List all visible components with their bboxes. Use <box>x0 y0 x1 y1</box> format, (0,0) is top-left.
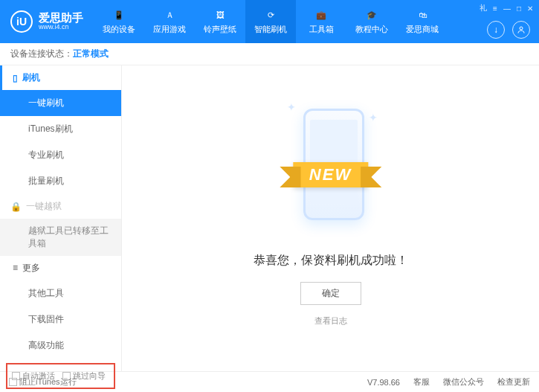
nav-ringtones[interactable]: 🖼铃声壁纸 <box>195 0 245 43</box>
success-message: 恭喜您，保资料刷机成功啦！ <box>254 253 408 269</box>
device-icon: 📱 <box>112 8 126 22</box>
gift-icon[interactable]: 礼 <box>480 3 487 13</box>
sidebar-item-download-firmware[interactable]: 下载固件 <box>0 306 121 332</box>
version-label: V7.98.66 <box>367 378 400 387</box>
app-title: 爱思助手 <box>39 12 83 25</box>
nav-toolbox[interactable]: 💼工具箱 <box>296 0 346 43</box>
status-prefix: 设备连接状态： <box>10 48 73 60</box>
top-nav: 📱我的设备 Ａ应用游戏 🖼铃声壁纸 ⟳智能刷机 💼工具箱 🎓教程中心 🛍爱思商城 <box>94 0 448 43</box>
check-update-link[interactable]: 检查更新 <box>497 376 530 388</box>
confirm-button[interactable]: 确定 <box>300 282 361 305</box>
minimize-icon[interactable]: — <box>503 4 511 13</box>
phone-icon: ▯ <box>13 73 18 83</box>
store-icon: 🛍 <box>415 8 430 22</box>
nav-tutorials[interactable]: 🎓教程中心 <box>346 0 397 43</box>
sidebar-item-batch-flash[interactable]: 批量刷机 <box>0 168 121 194</box>
logo-area: iU 爱思助手 www.i4.cn <box>0 10 94 33</box>
main-panel: ✦ ✦ NEW 恭喜您，保资料刷机成功啦！ 确定 查看日志 <box>122 65 539 371</box>
wallpaper-icon: 🖼 <box>213 8 227 22</box>
toolbox-icon: 💼 <box>314 8 329 22</box>
sidebar-group-flash[interactable]: ▯ 刷机 <box>0 65 121 90</box>
tutorial-icon: 🎓 <box>364 8 379 22</box>
phone-illustration: ✦ ✦ NEW <box>283 95 379 237</box>
sidebar-item-itunes-flash[interactable]: iTunes刷机 <box>0 116 121 142</box>
maximize-icon[interactable]: □ <box>517 4 521 13</box>
status-mode: 正常模式 <box>73 48 109 60</box>
lock-icon: 🔒 <box>10 202 22 212</box>
view-log-link[interactable]: 查看日志 <box>314 315 347 327</box>
app-header: iU 爱思助手 www.i4.cn 📱我的设备 Ａ应用游戏 🖼铃声壁纸 ⟳智能刷… <box>0 0 539 43</box>
block-itunes-checkbox[interactable]: 阻止iTunes运行 <box>9 376 77 388</box>
close-icon[interactable]: ✕ <box>527 4 533 13</box>
sidebar-item-onekey-flash[interactable]: 一键刷机 <box>0 90 121 116</box>
sidebar-item-advanced[interactable]: 高级功能 <box>0 332 121 359</box>
sidebar-item-pro-flash[interactable]: 专业刷机 <box>0 142 121 168</box>
sidebar-item-other-tools[interactable]: 其他工具 <box>0 280 121 306</box>
customer-service-link[interactable]: 客服 <box>413 376 430 388</box>
nav-store[interactable]: 🛍爱思商城 <box>397 0 448 43</box>
list-icon: ≡ <box>13 263 18 273</box>
nav-my-device[interactable]: 📱我的设备 <box>94 0 144 43</box>
new-ribbon: NEW <box>293 162 368 187</box>
jailbreak-note: 越狱工具已转移至工具箱 <box>0 219 121 256</box>
menu-icon[interactable]: ≡ <box>493 4 497 13</box>
user-button[interactable] <box>512 21 530 39</box>
nav-flash[interactable]: ⟳智能刷机 <box>245 0 296 43</box>
logo-icon: iU <box>10 10 33 33</box>
app-url: www.i4.cn <box>39 24 83 31</box>
flash-icon: ⟳ <box>263 8 278 22</box>
apps-icon: Ａ <box>162 8 177 22</box>
sidebar-group-more[interactable]: ≡ 更多 <box>0 256 121 280</box>
sidebar: ▯ 刷机 一键刷机 iTunes刷机 专业刷机 批量刷机 🔒 一键越狱 越狱工具… <box>0 65 122 371</box>
svg-point-0 <box>520 27 523 30</box>
nav-apps[interactable]: Ａ应用游戏 <box>144 0 195 43</box>
status-bar: 设备连接状态： 正常模式 <box>0 43 539 65</box>
wechat-link[interactable]: 微信公众号 <box>443 376 484 388</box>
download-button[interactable]: ↓ <box>487 21 505 39</box>
sidebar-group-jailbreak: 🔒 一键越狱 <box>0 194 121 219</box>
window-controls: 礼 ≡ — □ ✕ <box>480 3 533 13</box>
